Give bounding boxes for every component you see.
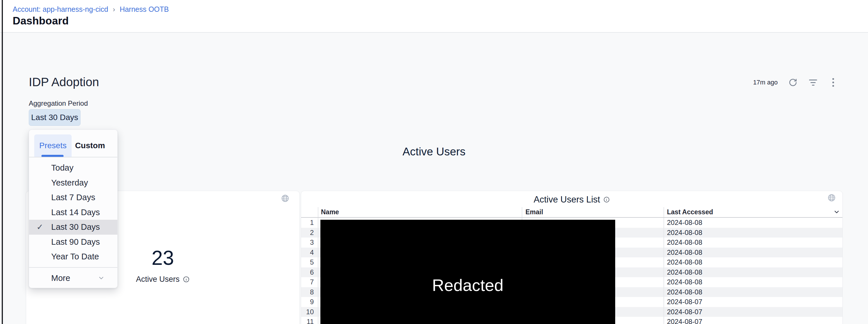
last-updated-text: 17m ago (753, 79, 778, 86)
filter-icon[interactable] (808, 78, 818, 87)
row-number-cell: 6 (301, 267, 314, 278)
last-accessed-cell: 2024-08-07 (667, 307, 702, 317)
dropdown-divider (29, 157, 117, 157)
row-number-cell: 4 (301, 248, 314, 258)
row-number-cell: 7 (301, 277, 314, 287)
stat-label: Active Users (136, 275, 180, 284)
refresh-icon[interactable] (788, 78, 798, 87)
info-icon[interactable] (603, 196, 610, 203)
dropdown-divider (29, 267, 117, 268)
table-title: Active Users List (534, 194, 600, 205)
dropdown-item-last-90-days[interactable]: Last 90 Days (29, 235, 117, 250)
breadcrumb-account-link[interactable]: Account: app-harness-ng-cicd (13, 5, 108, 13)
column-separator (663, 207, 664, 324)
last-accessed-cell: 2024-08-08 (667, 287, 702, 297)
dropdown-item-last-7-days[interactable]: Last 7 Days (29, 190, 117, 205)
table-header: Name Email Last Accessed (301, 207, 842, 217)
last-accessed-cell: 2024-08-07 (667, 297, 702, 307)
column-header-email[interactable]: Email (525, 207, 543, 217)
dropdown-item-label: Last 14 Days (51, 208, 100, 217)
row-number-cell: 1 (301, 218, 314, 228)
last-accessed-cell: 2024-08-07 (667, 317, 702, 324)
dropdown-item-label: Year To Date (51, 252, 99, 261)
dashboard-page: Account: app-harness-ng-cicd › Harness O… (0, 0, 868, 324)
globe-icon (828, 194, 836, 203)
more-options-icon[interactable] (828, 78, 838, 87)
last-accessed-cell: 2024-08-08 (667, 248, 702, 258)
tab-presets[interactable]: Presets (34, 135, 72, 157)
preset-list: TodayYesterdayLast 7 DaysLast 14 Days✓La… (29, 160, 117, 264)
row-number-cell: 5 (301, 257, 314, 267)
dashboard-name-title: IDP Adoption (29, 75, 99, 89)
dropdown-item-yesterday[interactable]: Yesterday (29, 176, 117, 190)
section-title-active-users: Active Users (26, 145, 842, 158)
chevron-down-icon[interactable] (833, 209, 840, 217)
page-title: Dashboard (13, 15, 69, 27)
dropdown-tabs: Presets Custom (29, 130, 117, 157)
breadcrumb-current-link[interactable]: Harness OOTB (120, 5, 169, 13)
active-users-list-card: Active Users List (301, 191, 843, 324)
dropdown-item-year-to-date[interactable]: Year To Date (29, 249, 117, 264)
column-separator (318, 207, 318, 324)
last-accessed-cell: 2024-08-08 (667, 238, 702, 248)
table-header-divider (301, 217, 842, 218)
last-accessed-cell: 2024-08-08 (667, 267, 702, 278)
row-number-cell: 9 (301, 297, 314, 307)
dropdown-item-today[interactable]: Today (29, 160, 117, 176)
column-header-last-accessed[interactable]: Last Accessed (667, 207, 713, 217)
row-number-cell: 2 (301, 228, 314, 238)
row-number-cell: 10 (301, 307, 314, 317)
info-icon[interactable] (183, 276, 189, 283)
dropdown-item-last-14-days[interactable]: Last 14 Days (29, 205, 117, 220)
dashboard-main: IDP Adoption 17m ago Aggregation Period … (0, 33, 868, 324)
dropdown-item-label: Last 90 Days (51, 237, 100, 247)
last-accessed-cell: 2024-08-08 (667, 257, 702, 267)
redaction-label: Redacted (432, 276, 503, 295)
more-label: More (51, 274, 70, 283)
row-number-cell: 3 (301, 238, 314, 248)
dropdown-item-label: Last 30 Days (51, 222, 100, 232)
dashboard-actions: 17m ago (753, 78, 838, 87)
dropdown-item-more[interactable]: More (29, 270, 117, 286)
dropdown-item-label: Last 7 Days (51, 193, 95, 202)
column-header-name[interactable]: Name (321, 207, 339, 217)
dropdown-item-label: Yesterday (51, 178, 88, 187)
left-edge-line (2, 0, 3, 324)
dropdown-item-last-30-days[interactable]: ✓Last 30 Days (29, 220, 117, 235)
last-accessed-cell: 2024-08-08 (667, 228, 702, 238)
globe-icon (281, 194, 289, 203)
check-icon: ✓ (36, 223, 43, 231)
aggregation-period-button[interactable]: Last 30 Days (29, 109, 81, 126)
row-number-cell: 8 (301, 287, 314, 297)
aggregation-period-label: Aggregation Period (29, 99, 88, 107)
date-range-dropdown: Presets Custom TodayYesterdayLast 7 Days… (29, 130, 118, 288)
chevron-down-icon (98, 275, 105, 283)
top-bar: Account: app-harness-ng-cicd › Harness O… (0, 0, 868, 33)
last-accessed-cell: 2024-08-08 (667, 218, 702, 228)
tab-custom[interactable]: Custom (71, 135, 109, 157)
dropdown-item-label: Today (51, 163, 73, 173)
breadcrumb: Account: app-harness-ng-cicd › Harness O… (13, 5, 169, 13)
row-number-cell: 11 (301, 317, 314, 324)
breadcrumb-separator: › (113, 5, 115, 13)
table-title-row: Active Users List (301, 194, 842, 205)
redaction-overlay: Redacted (320, 220, 615, 324)
last-accessed-cell: 2024-08-08 (667, 277, 702, 287)
